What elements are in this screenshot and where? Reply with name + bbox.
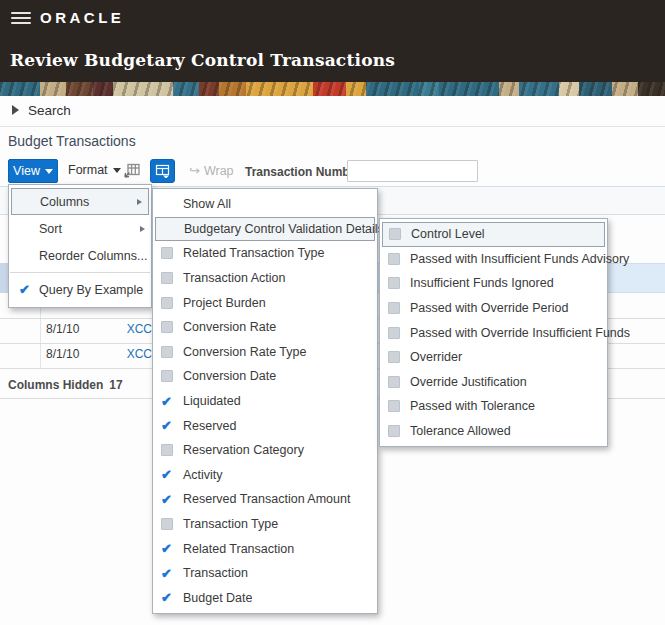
transaction-link[interactable]: XCC [108,322,152,336]
budget-date-cell: 8/1/10 [46,347,79,361]
menu-item-passed-with-override-insufficient-funds[interactable]: Passed with Override Insufficient Funds [380,320,607,345]
menu-item-label: Override Justification [410,375,527,389]
menu-item-budgetary-control-validation-details[interactable]: Budgetary Control Validation Details [155,217,375,242]
unchecked-checkbox-icon [388,400,410,412]
transaction-link[interactable]: XCC [108,347,152,361]
menu-item-passed-with-override-period[interactable]: Passed with Override Period [380,296,607,321]
menu-item-conversion-rate-type[interactable]: Conversion Rate Type [153,340,377,365]
checkmark-icon: ✔ [161,468,183,481]
unchecked-checkbox-icon [388,253,410,265]
menu-item-columns[interactable]: Columns [11,188,149,215]
unchecked-checkbox-icon [388,302,410,314]
unchecked-checkbox-icon [388,277,410,289]
menu-item-transaction[interactable]: ✔Transaction [153,561,377,586]
checkmark-icon: ✔ [161,419,183,432]
menu-item-liquidated[interactable]: ✔Liquidated [153,389,377,414]
menu-item-control-level[interactable]: Control Level [382,222,605,247]
menu-item-reserved[interactable]: ✔Reserved [153,413,377,438]
menu-item-label: Transaction [183,566,248,580]
hamburger-menu-icon[interactable] [11,12,31,26]
menu-item-passed-with-insufficient-funds-advisory[interactable]: Passed with Insufficient Funds Advisory [380,247,607,272]
expand-arrow-icon[interactable] [12,105,19,115]
checkmark-icon: ✔ [161,493,183,506]
unchecked-checkbox-icon [161,297,183,309]
unchecked-checkbox-icon [161,518,183,530]
top-header-bar: ORACLE Review Budgetary Control Transact… [0,0,665,82]
menu-item-tolerance-allowed[interactable]: Tolerance Allowed [380,419,607,444]
menu-item-related-transaction[interactable]: ✔Related Transaction [153,536,377,561]
unchecked-checkbox-icon [161,346,183,358]
menu-item-label: Control Level [411,227,485,241]
menu-item-label: Conversion Rate Type [183,345,306,359]
menu-item-transaction-action[interactable]: Transaction Action [153,266,377,291]
menu-item-reservation-category[interactable]: Reservation Category [153,438,377,463]
budgetary-control-validation-details-submenu: Control LevelPassed with Insufficient Fu… [379,218,608,447]
menu-item-budget-date[interactable]: ✔Budget Date [153,586,377,611]
menu-item-transaction-type[interactable]: Transaction Type [153,512,377,537]
menu-item-passed-with-tolerance[interactable]: Passed with Tolerance [380,394,607,419]
menu-item-query-by-example[interactable]: ✔Query By Example [9,276,151,303]
menu-item-label: Activity [183,468,223,482]
columns-hidden-label: Columns Hidden [8,378,103,392]
menu-item-label: Passed with Tolerance [410,399,535,413]
menu-item-related-transaction-type[interactable]: Related Transaction Type [153,241,377,266]
view-dropdown-menu: ColumnsSortReorder Columns...✔Query By E… [8,184,152,308]
menu-item-label: Conversion Date [183,369,276,383]
menu-item-label: Reservation Category [183,443,304,457]
search-section-header[interactable]: Search [0,96,665,127]
menu-separator [10,272,150,273]
wrap-button-label: Wrap [204,164,234,178]
query-by-example-filter-icon [155,164,170,178]
menu-item-override-justification[interactable]: Override Justification [380,370,607,395]
menu-item-reorder-columns[interactable]: Reorder Columns... [9,242,151,269]
transaction-number-input[interactable] [347,160,478,182]
unchecked-checkbox-icon [161,272,183,284]
detach-icon[interactable] [123,162,141,180]
format-menu-button-label: Format [68,163,108,177]
query-by-example-filter-button[interactable] [150,159,175,183]
columns-hidden-count: 17 [109,378,122,392]
menu-item-label: Insufficient Funds Ignored [410,276,554,290]
search-section-label: Search [28,103,71,118]
checkmark-icon: ✔ [161,567,183,580]
view-menu-button[interactable]: View [8,159,58,183]
chevron-down-icon [45,169,53,174]
menu-item-insufficient-funds-ignored[interactable]: Insufficient Funds Ignored [380,271,607,296]
menu-item-label: Project Burden [183,296,266,310]
page-title: Review Budgetary Control Transactions [10,50,395,70]
menu-item-label: Passed with Override Period [410,301,568,315]
menu-item-conversion-date[interactable]: Conversion Date [153,364,377,389]
menu-item-project-burden[interactable]: Project Burden [153,290,377,315]
menu-item-label: Budget Date [183,591,253,605]
format-menu-button[interactable]: Format [68,163,121,177]
unchecked-checkbox-icon [161,321,183,333]
menu-item-label: Related Transaction Type [183,246,325,260]
menu-item-label: Transaction Action [183,271,285,285]
menu-item-activity[interactable]: ✔Activity [153,463,377,488]
menu-item-label: Show All [183,197,231,211]
wrap-icon: ↩ [189,163,200,178]
wrap-button[interactable]: ↩ Wrap [189,163,234,178]
submenu-arrow-icon [137,199,142,205]
menu-item-label: Passed with Insufficient Funds Advisory [410,252,629,266]
menu-item-label: Conversion Rate [183,320,276,334]
table-row[interactable]: 8/1/10XCC [0,347,160,365]
menu-item-sort[interactable]: Sort [9,215,151,242]
section-title: Budget Transactions [8,133,136,149]
menu-item-label: Liquidated [183,394,241,408]
menu-item-label: Query By Example [39,283,143,297]
unchecked-checkbox-icon [161,444,183,456]
table-row[interactable]: 8/1/10XCC [0,322,160,340]
unchecked-checkbox-icon [388,327,410,339]
menu-item-reserved-transaction-amount[interactable]: ✔Reserved Transaction Amount [153,487,377,512]
budget-date-cell: 8/1/10 [46,322,79,336]
menu-item-overrider[interactable]: Overrider [380,345,607,370]
menu-item-conversion-rate[interactable]: Conversion Rate [153,315,377,340]
unchecked-checkbox-icon [388,376,410,388]
menu-item-label: Reserved Transaction Amount [183,492,350,506]
chevron-down-icon [113,168,121,173]
menu-item-label: Overrider [410,350,462,364]
unchecked-checkbox-icon [389,228,411,240]
checkmark-icon: ✔ [161,591,183,604]
menu-item-show-all[interactable]: Show All [153,192,377,217]
